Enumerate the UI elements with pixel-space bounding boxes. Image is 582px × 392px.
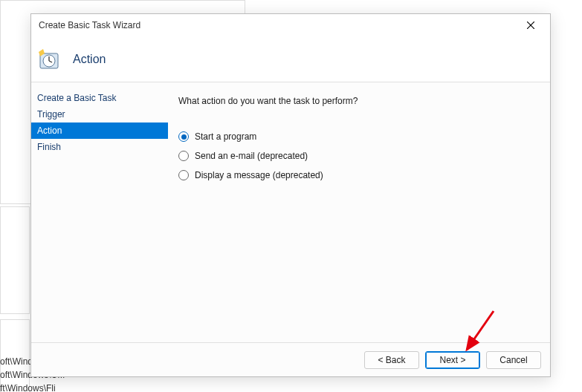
radio-icon <box>178 170 189 180</box>
sidebar-item-finish[interactable]: Finish <box>31 139 168 155</box>
option-send-email[interactable]: Send an e-mail (deprecated) <box>178 151 540 161</box>
sidebar-item-trigger[interactable]: Trigger <box>31 106 168 122</box>
sidebar-item-action[interactable]: Action <box>31 122 168 139</box>
cancel-button[interactable]: Cancel <box>486 351 541 369</box>
option-start-program[interactable]: Start a program <box>178 131 540 142</box>
radio-label: Start a program <box>195 131 256 142</box>
wizard-step-title: Action <box>73 53 106 66</box>
bg-text: ft\Windows\Fli <box>0 383 56 392</box>
bg-panel <box>0 319 30 392</box>
clock-wizard-icon <box>37 48 61 71</box>
radio-label: Send an e-mail (deprecated) <box>195 151 308 161</box>
wizard-header: Action <box>31 36 550 82</box>
wizard-footer: < Back Next > Cancel <box>31 342 550 376</box>
wizard-dialog: Create Basic Task Wizard Action Create a… <box>30 13 551 377</box>
wizard-body: Create a Basic Task Trigger Action Finis… <box>31 82 550 342</box>
sidebar-item-create-basic-task[interactable]: Create a Basic Task <box>31 90 168 106</box>
radio-icon <box>178 151 189 161</box>
next-button[interactable]: Next > <box>425 351 480 369</box>
prompt-text: What action do you want the task to perf… <box>178 96 540 106</box>
wizard-content: What action do you want the task to perf… <box>168 82 550 342</box>
bg-panel <box>0 206 30 314</box>
titlebar: Create Basic Task Wizard <box>31 14 550 36</box>
close-button[interactable] <box>517 15 544 36</box>
option-display-message[interactable]: Display a message (deprecated) <box>178 170 540 180</box>
close-icon <box>527 22 534 29</box>
back-button[interactable]: < Back <box>364 351 419 369</box>
wizard-sidebar: Create a Basic Task Trigger Action Finis… <box>31 82 168 342</box>
radio-label: Display a message (deprecated) <box>195 170 323 180</box>
dialog-title: Create Basic Task Wizard <box>39 20 140 30</box>
radio-icon <box>178 131 189 142</box>
